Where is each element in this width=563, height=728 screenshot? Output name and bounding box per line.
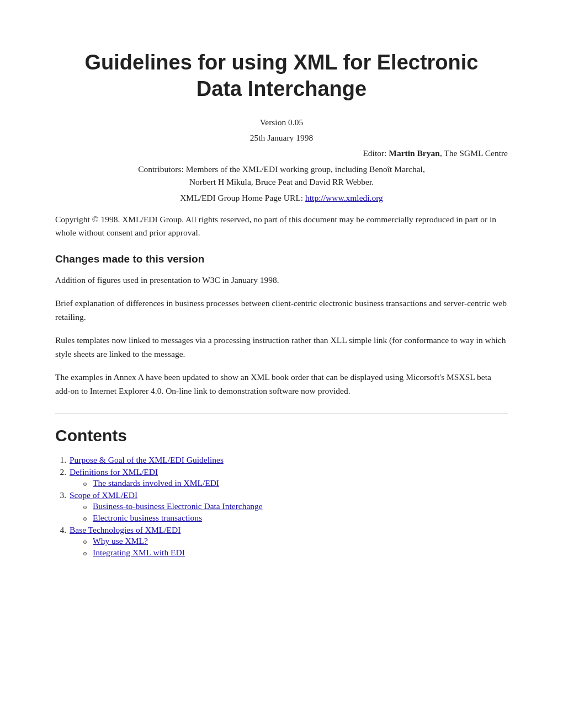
toc-sub-item-4-1: oWhy use XML? xyxy=(81,536,508,546)
toc-link-2[interactable]: Definitions for XML/EDI xyxy=(70,467,158,477)
changes-para-4: The examples in Annex A have been update… xyxy=(55,370,508,398)
toc-sub-item-2-1: oThe standards involved in XML/EDI xyxy=(81,478,508,488)
toc-item-4: 4.Base Technologies of XML/EDI oWhy use … xyxy=(55,525,508,558)
toc-link-4[interactable]: Base Technologies of XML/EDI xyxy=(70,525,180,535)
copyright-block: Copyright © 1998. XML/EDI Group. All rig… xyxy=(55,213,508,240)
toc-sub-link-3-1[interactable]: Business-to-business Electronic Data Int… xyxy=(93,501,263,511)
version-label: Version 0.05 xyxy=(55,117,508,127)
changes-para-2: Brief explanation of differences in busi… xyxy=(55,296,508,324)
toc-sub-bullet: o xyxy=(81,502,89,511)
toc-link-3[interactable]: Scope of XML/EDI xyxy=(70,490,137,500)
toc-sub-bullet: o xyxy=(81,537,89,546)
toc-sub-link-2-1[interactable]: The standards involved in XML/EDI xyxy=(93,478,219,488)
toc-num-1: 1. xyxy=(55,455,66,465)
page-title: Guidelines for using XML for Electronic … xyxy=(55,50,508,102)
toc-num-4: 4. xyxy=(55,525,66,535)
toc-sub-item-3-2: oElectronic business transactions xyxy=(81,513,508,523)
contributors-block: Contributors: Members of the XML/EDI wor… xyxy=(55,163,508,189)
toc-sub-bullet: o xyxy=(81,549,89,558)
toc-link-1[interactable]: Purpose & Goal of the XML/EDI Guidelines xyxy=(70,455,224,465)
url-block: XML/EDI Group Home Page URL: http://www.… xyxy=(55,193,508,203)
toc-sub-link-4-2[interactable]: Integrating XML with EDI xyxy=(93,548,185,558)
toc-sub-item-4-2: oIntegrating XML with EDI xyxy=(81,548,508,558)
editor-name: Martin Bryan xyxy=(389,148,440,158)
toc-sub-link-4-1[interactable]: Why use XML? xyxy=(93,536,148,546)
changes-heading: Changes made to this version xyxy=(55,253,508,265)
toc-item-2: 2.Definitions for XML/EDIoThe standards … xyxy=(55,467,508,488)
toc-sub-bullet: o xyxy=(81,514,89,523)
toc-list: 1.Purpose & Goal of the XML/EDI Guidelin… xyxy=(55,455,508,558)
toc-sub-item-3-1: oBusiness-to-business Electronic Data In… xyxy=(81,501,508,511)
changes-para-3: Rules templates now linked to messages v… xyxy=(55,333,508,361)
toc-sub-link-3-2[interactable]: Electronic business transactions xyxy=(93,513,202,523)
xmledi-url[interactable]: http://www.xmledi.org xyxy=(305,193,383,202)
toc-sub-bullet: o xyxy=(81,479,89,488)
toc-item-3: 3.Scope of XML/EDIoBusiness-to-business … xyxy=(55,490,508,523)
changes-para-1: Addition of figures used in presentation… xyxy=(55,273,508,287)
editor-block: Editor: Martin Bryan, The SGML Centre xyxy=(55,148,508,158)
toc-num-2: 2. xyxy=(55,467,66,477)
toc-num-3: 3. xyxy=(55,490,66,500)
contents-heading: Contents xyxy=(55,426,508,445)
toc-item-1: 1.Purpose & Goal of the XML/EDI Guidelin… xyxy=(55,455,508,465)
section-divider xyxy=(55,414,508,414)
date-label: 25th January 1998 xyxy=(55,133,508,143)
